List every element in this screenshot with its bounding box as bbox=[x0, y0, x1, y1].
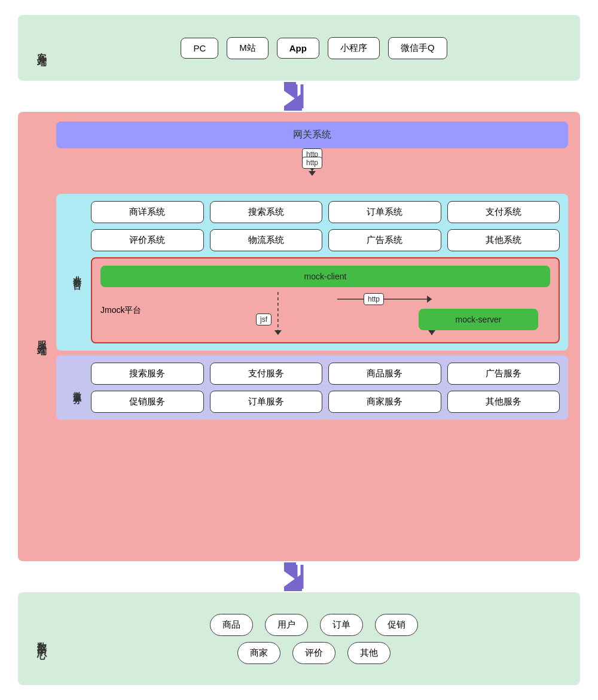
kehu-xiaochengxu: 小程序 bbox=[328, 37, 380, 59]
shuju-cuxiao: 促销 bbox=[375, 614, 418, 636]
jmock-connectors: jsf http mock-server Jmock平台 bbox=[100, 292, 550, 335]
micro-shangjia: 商家服务 bbox=[328, 391, 441, 413]
biz-guanggao: 广告系统 bbox=[328, 229, 441, 251]
jsf-badge: jsf bbox=[256, 314, 271, 325]
biz-wuliu: 物流系统 bbox=[210, 229, 323, 251]
kehu-mzhan: M站 bbox=[227, 37, 269, 59]
kehu-section: 客户端 PC M站 App 小程序 微信手Q bbox=[18, 15, 580, 81]
biz-zhifu: 支付系统 bbox=[447, 201, 560, 223]
shuju-pingjia: 评价 bbox=[292, 642, 335, 664]
micro-shangpin: 商品服务 bbox=[328, 363, 441, 385]
svg-marker-13 bbox=[428, 330, 435, 335]
http-badge-1: http bbox=[302, 157, 322, 169]
biz-label: 业务前台 bbox=[65, 269, 83, 276]
biz-qita: 其他系统 bbox=[447, 229, 560, 251]
jmock-section: mock-client bbox=[91, 257, 560, 343]
fuwu-label: 服务端 bbox=[30, 333, 48, 340]
biz-pingjia: 评价系统 bbox=[91, 229, 204, 251]
micro-qita: 其他服务 bbox=[447, 391, 560, 413]
http-badge-jmock: http bbox=[364, 293, 384, 305]
micro-sousuo: 搜索服务 bbox=[91, 363, 204, 385]
arrow-fuwu-shuju bbox=[18, 561, 580, 592]
biz-shangxiang: 商详系统 bbox=[91, 201, 204, 223]
kehu-app: App bbox=[277, 38, 319, 59]
micro-guanggao: 广告服务 bbox=[447, 363, 560, 385]
gateway-bar: 网关系统 bbox=[56, 121, 568, 148]
jmock-platform-label: Jmock平台 bbox=[100, 305, 141, 316]
kehu-label: 客户端 bbox=[30, 44, 48, 51]
shuju-qita: 其他 bbox=[347, 642, 390, 664]
biz-sousuo: 搜索系统 bbox=[210, 201, 323, 223]
mock-client-bar: mock-client bbox=[100, 266, 550, 287]
mock-server-box: mock-server bbox=[419, 309, 538, 330]
svg-marker-7 bbox=[309, 171, 316, 176]
shuju-shangpin: 商品 bbox=[210, 614, 253, 636]
micro-dingdan: 订单服务 bbox=[210, 391, 323, 413]
micro-label: 微服务 bbox=[65, 385, 83, 391]
svg-marker-9 bbox=[274, 330, 282, 335]
fuwu-section: 服务端 网关系统 http http bbox=[18, 112, 580, 561]
kehu-pc: PC bbox=[181, 38, 218, 59]
micro-section: 微服务 搜索服务 支付服务 商品服务 广告服务 促销服务 订单服务 商家服务 其… bbox=[56, 355, 568, 420]
arrow-kehu-fuwu bbox=[18, 81, 580, 112]
biz-dingdan: 订单系统 bbox=[328, 201, 441, 223]
shuju-dingdan: 订单 bbox=[320, 614, 363, 636]
diagram-wrapper: 客户端 PC M站 App 小程序 微信手Q 服务端 bbox=[18, 15, 580, 685]
svg-marker-11 bbox=[427, 296, 432, 303]
shuju-shangjia: 商家 bbox=[237, 642, 280, 664]
shuju-yonghu: 用户 bbox=[265, 614, 308, 636]
shuju-label: 数据中心 bbox=[30, 634, 48, 644]
micro-cuxiao: 促销服务 bbox=[91, 391, 204, 413]
kehu-weixin: 微信手Q bbox=[388, 37, 447, 59]
shuju-section: 数据中心 商品 用户 订单 促销 商家 评价 其他 bbox=[18, 592, 580, 685]
biz-front: 业务前台 商详系统 搜索系统 订单系统 支付系统 评价系统 物流系统 广告系统 … bbox=[56, 194, 568, 351]
micro-zhifu: 支付服务 bbox=[210, 363, 323, 385]
